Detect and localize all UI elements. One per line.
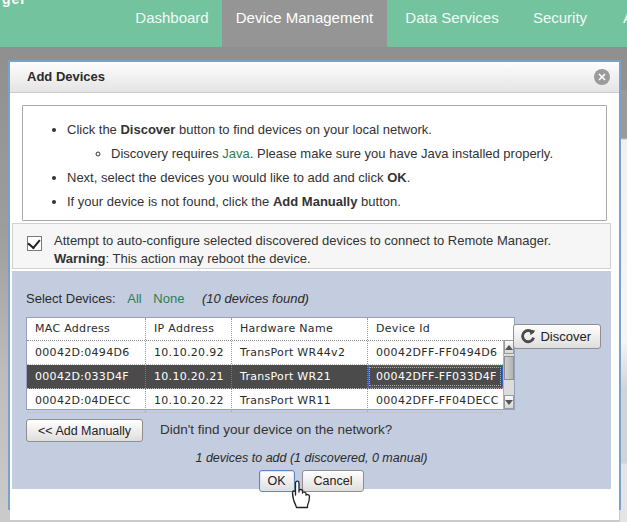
- nav-tab-security[interactable]: Security: [518, 0, 602, 47]
- dialog-titlebar: Add Devices: [10, 62, 619, 93]
- auto-configure-checkbox[interactable]: [27, 236, 42, 251]
- scrollbar-thumb[interactable]: [504, 356, 514, 380]
- screen: ger Dashboard Device Management Data Ser…: [0, 0, 627, 522]
- column-header-ip[interactable]: IP Address: [145, 318, 231, 340]
- add-devices-dialog: Add Devices Click the Discover button to…: [8, 60, 621, 510]
- dialog-title: Add Devices: [27, 69, 105, 84]
- top-nav: ger Dashboard Device Management Data Ser…: [0, 0, 627, 47]
- refresh-icon: [520, 329, 536, 345]
- scroll-down-button[interactable]: [504, 395, 514, 409]
- devices-found-text: (10 devices found): [202, 291, 309, 306]
- nav-tab-dashboard[interactable]: Dashboard: [122, 0, 222, 47]
- cancel-button[interactable]: Cancel: [302, 470, 365, 492]
- column-header-device-id[interactable]: Device Id: [367, 318, 503, 340]
- auto-configure-text: Attempt to auto-configure selected disco…: [54, 229, 551, 268]
- instructions: Click the Discover button to find device…: [22, 105, 607, 221]
- logo-text-fragment: ger: [2, 0, 27, 7]
- arrow-up-icon: [505, 345, 513, 350]
- dialog-body: Click the Discover button to find device…: [10, 105, 619, 520]
- discover-button[interactable]: Discover: [513, 324, 601, 349]
- nav-tab-clipped[interactable]: A: [608, 0, 627, 47]
- ok-button[interactable]: OK: [259, 470, 295, 492]
- device-selection-panel: Select Devices: All None (10 devices fou…: [12, 271, 611, 489]
- instruction-item: Next, select the devices you would like …: [67, 166, 596, 190]
- instruction-item: If your device is not found, click the A…: [67, 190, 596, 214]
- auto-configure-section: Attempt to auto-configure selected disco…: [12, 223, 611, 269]
- column-header-mac[interactable]: MAC Address: [27, 318, 145, 340]
- nav-tab-data-services[interactable]: Data Services: [392, 0, 512, 47]
- nav-tab-device-management[interactable]: Device Management: [222, 0, 387, 47]
- background-page-sliver: [620, 90, 627, 522]
- java-link[interactable]: Java: [222, 146, 249, 161]
- select-devices-row: Select Devices: All None (10 devices fou…: [26, 291, 309, 306]
- instruction-item: Click the Discover button to find device…: [67, 118, 596, 166]
- device-row[interactable]: 00042D:04DECC 10.10.20.22 TransPort WR11…: [27, 389, 503, 413]
- not-found-text: Didn't find your device on the network?: [160, 422, 392, 437]
- column-header-hardware[interactable]: Hardware Name: [231, 318, 367, 340]
- device-row-selected[interactable]: 00042D:033D4F 10.10.20.21 TransPort WR21…: [27, 365, 503, 389]
- table-header-row: MAC Address IP Address Hardware Name Dev…: [27, 318, 503, 341]
- table-scrollbar[interactable]: [503, 340, 514, 409]
- device-row[interactable]: 00042D:0494D6 10.10.20.92 TransPort WR44…: [27, 341, 503, 365]
- device-table: MAC Address IP Address Hardware Name Dev…: [26, 317, 515, 410]
- dialog-button-row: OK Cancel: [12, 470, 611, 492]
- close-button[interactable]: [594, 69, 610, 85]
- select-devices-label: Select Devices:: [26, 291, 116, 306]
- select-all-link[interactable]: All: [127, 291, 141, 306]
- select-none-link[interactable]: None: [153, 291, 184, 306]
- devices-to-add-summary: 1 devices to add (1 discovered, 0 manual…: [12, 451, 611, 465]
- instruction-subitem: Discovery requires Java. Please make sur…: [111, 142, 596, 166]
- arrow-down-icon: [505, 400, 513, 405]
- close-icon: [598, 73, 606, 81]
- add-manually-button[interactable]: << Add Manually: [26, 419, 143, 442]
